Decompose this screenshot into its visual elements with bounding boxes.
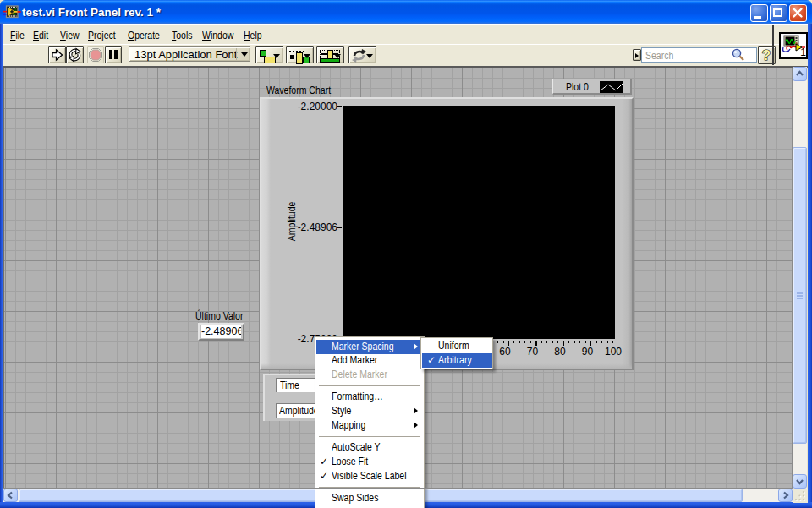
svg-text:?: ? [761,47,770,63]
svg-text:1: 1 [800,46,806,58]
